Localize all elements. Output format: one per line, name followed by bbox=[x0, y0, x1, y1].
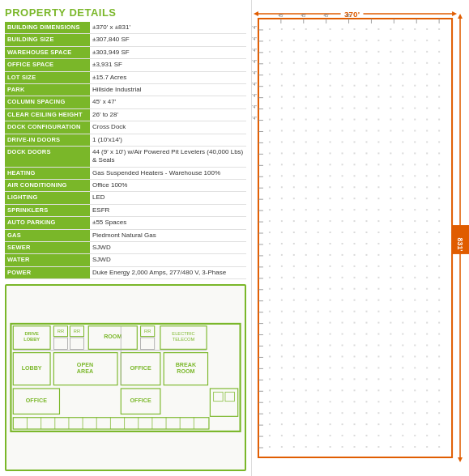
detail-value: ±303,949 SF bbox=[90, 46, 246, 58]
svg-text:17'4": 17'4" bbox=[252, 116, 257, 121]
detail-value: ±307,840 SF bbox=[90, 34, 246, 46]
svg-rect-48 bbox=[210, 389, 237, 416]
svg-text:17'4": 17'4" bbox=[252, 59, 257, 64]
svg-text:ELECTRIC: ELECTRIC bbox=[172, 331, 194, 336]
svg-rect-50 bbox=[225, 392, 234, 401]
svg-text:17'4": 17'4" bbox=[252, 93, 257, 98]
svg-text:RR: RR bbox=[74, 329, 80, 334]
detail-value: 45' x 47' bbox=[90, 96, 246, 108]
svg-text:45': 45' bbox=[279, 13, 284, 18]
detail-value: ESFR bbox=[90, 204, 246, 216]
detail-value: Hillside Industrial bbox=[90, 83, 246, 96]
detail-label: Warehouse Space bbox=[5, 46, 90, 58]
svg-text:LOBBY: LOBBY bbox=[22, 365, 42, 372]
section-title: Property Details bbox=[5, 6, 246, 19]
detail-label: Park bbox=[5, 83, 90, 96]
svg-text:17'4": 17'4" bbox=[252, 48, 257, 53]
detail-label: Sprinklers bbox=[5, 204, 90, 216]
detail-value: ±370' x ±831' bbox=[90, 22, 246, 34]
svg-text:AREA: AREA bbox=[77, 369, 93, 376]
detail-label: Gas bbox=[5, 229, 90, 241]
right-panel: 370' 831' bbox=[251, 0, 469, 476]
svg-rect-49 bbox=[214, 392, 223, 401]
dim-height-label: 831' bbox=[456, 237, 464, 251]
svg-rect-17 bbox=[141, 338, 155, 349]
detail-value: Duke Energy 2,000 Amps, 277/480 V, 3-Pha… bbox=[90, 266, 246, 278]
detail-value: Office 100% bbox=[90, 180, 246, 192]
svg-text:45': 45' bbox=[323, 13, 329, 18]
detail-value: 26' to 28' bbox=[90, 108, 246, 121]
detail-value: SJWD bbox=[90, 254, 246, 266]
detail-label: Office Space bbox=[5, 59, 90, 71]
svg-text:17'4": 17'4" bbox=[252, 70, 257, 75]
svg-text:TELECOM: TELECOM bbox=[173, 338, 195, 342]
detail-value: Gas Suspended Heaters - Warehouse 100% bbox=[90, 167, 246, 179]
floor-plan-svg: DRIVE LOBBY RR RR ROOM RR ELECTRIC TELEC… bbox=[10, 289, 241, 466]
detail-label: Clear Ceiling Height bbox=[5, 108, 90, 121]
detail-label: Air Conditioning bbox=[5, 180, 90, 192]
detail-label: Column Spacing bbox=[5, 96, 90, 108]
detail-label: Water bbox=[5, 254, 90, 266]
svg-text:45': 45' bbox=[301, 13, 307, 18]
svg-text:17'4": 17'4" bbox=[252, 82, 257, 87]
detail-label: Power bbox=[5, 266, 90, 278]
detail-value: SJWD bbox=[90, 242, 246, 254]
svg-rect-34 bbox=[13, 418, 209, 429]
detail-label: Building Size bbox=[5, 34, 90, 46]
svg-text:OPEN: OPEN bbox=[77, 362, 93, 368]
detail-value: ±55 Spaces bbox=[90, 217, 246, 229]
detail-value: ±3,931 SF bbox=[90, 59, 246, 71]
detail-value: 44 (9' x 10') w/Air Powered Pit Levelers… bbox=[90, 146, 246, 167]
svg-text:LOBBY: LOBBY bbox=[23, 338, 40, 342]
detail-label: Building Dimensions bbox=[5, 22, 90, 34]
svg-text:DRIVE: DRIVE bbox=[24, 331, 39, 336]
detail-label: Drive-in Doors bbox=[5, 134, 90, 146]
detail-value: Cross Dock bbox=[90, 121, 246, 134]
svg-text:ROOM: ROOM bbox=[177, 369, 194, 376]
svg-text:17'4": 17'4" bbox=[252, 25, 257, 30]
detail-label: Sewer bbox=[5, 242, 90, 254]
floor-plan-container: DRIVE LOBBY RR RR ROOM RR ELECTRIC TELEC… bbox=[5, 284, 246, 471]
detail-label: Dock Doors bbox=[5, 146, 90, 167]
detail-label: Auto Parking bbox=[5, 217, 90, 229]
detail-label: Dock Configuration bbox=[5, 121, 90, 134]
svg-text:OFFICE: OFFICE bbox=[26, 397, 47, 404]
svg-text:BREAK: BREAK bbox=[176, 362, 197, 368]
detail-value: ±15.7 Acres bbox=[90, 71, 246, 83]
detail-label: Lot Size bbox=[5, 71, 90, 83]
svg-text:OFFICE: OFFICE bbox=[130, 397, 151, 404]
site-plan: 370' 831' bbox=[252, 0, 469, 476]
svg-rect-0 bbox=[11, 324, 240, 431]
left-panel: Property Details Building Dimensions±370… bbox=[0, 0, 251, 476]
svg-rect-16 bbox=[70, 338, 83, 349]
detail-value: Piedmont Natural Gas bbox=[90, 229, 246, 241]
svg-text:17'4": 17'4" bbox=[252, 36, 257, 41]
details-table: Building Dimensions±370' x ±831'Building… bbox=[5, 22, 246, 279]
svg-rect-15 bbox=[53, 338, 67, 349]
svg-text:RR: RR bbox=[58, 329, 64, 334]
detail-label: Lighting bbox=[5, 192, 90, 204]
svg-rect-62 bbox=[260, 20, 450, 456]
svg-text:45': 45' bbox=[346, 13, 352, 18]
detail-value: 1 (10'x14') bbox=[90, 134, 246, 146]
site-plan-svg: 370' 831' bbox=[252, 0, 469, 476]
detail-label: Heating bbox=[5, 167, 90, 179]
svg-text:ROOM: ROOM bbox=[104, 334, 122, 341]
detail-value: LED bbox=[90, 192, 246, 204]
svg-text:17'4": 17'4" bbox=[252, 104, 257, 109]
svg-text:RR: RR bbox=[144, 329, 151, 334]
svg-text:OFFICE: OFFICE bbox=[130, 365, 151, 372]
